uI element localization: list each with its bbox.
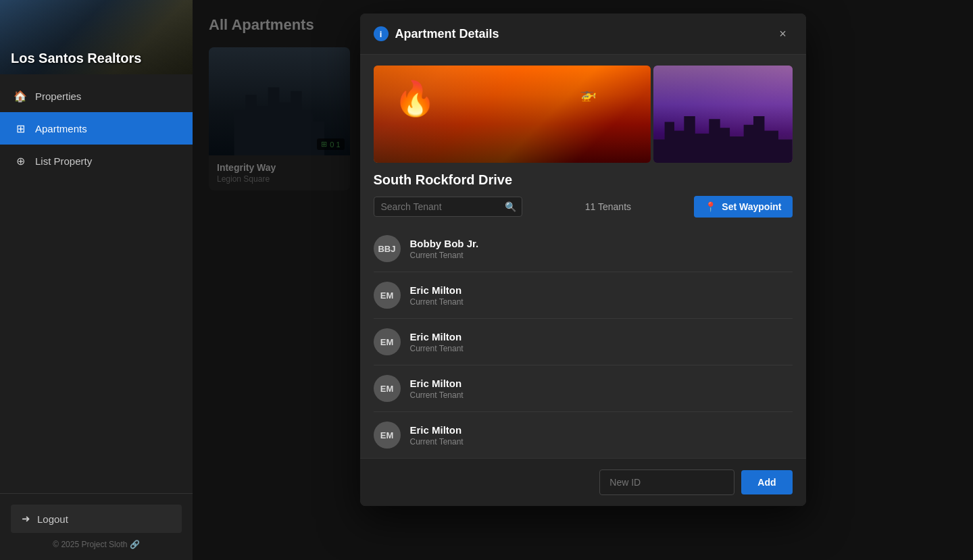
sidebar-item-apartments[interactable]: ⊞ Apartments <box>0 112 193 145</box>
tenant-name: Bobby Bob Jr. <box>410 238 793 249</box>
tenant-info: Eric MiltonCurrent Tenant <box>410 424 793 447</box>
copyright-text: © 2025 Project Sloth 🔗 <box>11 540 182 549</box>
sidebar-footer: ➜ Logout © 2025 Project Sloth 🔗 <box>0 493 193 560</box>
tenant-status: Current Tenant <box>410 390 793 400</box>
tenant-status: Current Tenant <box>410 297 793 307</box>
search-box: 🔍 <box>374 197 522 217</box>
info-icon: i <box>374 26 389 41</box>
grid-icon: ⊞ <box>14 122 27 135</box>
waypoint-label: Set Waypoint <box>722 201 781 212</box>
logout-icon: ➜ <box>22 513 30 525</box>
tenant-item[interactable]: EMEric MiltonCurrent Tenant <box>374 272 793 319</box>
tenant-avatar: EM <box>374 422 401 449</box>
sidebar-item-list-property[interactable]: ⊕ List Property <box>0 145 193 177</box>
tenant-list: BBJBobby Bob Jr.Current TenantEMEric Mil… <box>360 226 806 458</box>
tenant-item[interactable]: EMEric MiltonCurrent Tenant <box>374 412 793 458</box>
tenant-info: Eric MiltonCurrent Tenant <box>410 378 793 400</box>
tenant-name: Eric Milton <box>410 284 793 296</box>
sidebar-logo-text: Los Santos Realtors <box>11 51 141 66</box>
logout-button[interactable]: ➜ Logout <box>11 505 182 533</box>
main-content: All Apartments ⊞ 0 1 Integrity Way Legio… <box>193 0 973 560</box>
tenant-count: 11 Tenants <box>585 201 631 212</box>
sidebar-nav: 🏠 Properties ⊞ Apartments ⊕ List Propert… <box>0 74 193 493</box>
modal-close-button[interactable]: × <box>774 24 793 43</box>
tenant-avatar: EM <box>374 282 401 309</box>
tenant-status: Current Tenant <box>410 251 793 260</box>
tenant-item[interactable]: BBJBobby Bob Jr.Current Tenant <box>374 226 793 272</box>
sidebar-item-list-property-label: List Property <box>35 155 92 167</box>
tenant-name: Eric Milton <box>410 424 793 436</box>
waypoint-icon: 📍 <box>705 201 716 212</box>
apartment-details-modal: i Apartment Details × 🚁 South Rockf <box>360 14 806 506</box>
modal-title: i Apartment Details <box>374 26 499 41</box>
tenant-avatar: EM <box>374 375 401 402</box>
tenant-status: Current Tenant <box>410 344 793 353</box>
skyline-silhouette <box>653 105 792 163</box>
sidebar: Los Santos Realtors 🏠 Properties ⊞ Apart… <box>0 0 193 560</box>
tenant-name: Eric Milton <box>410 378 793 389</box>
sidebar-logo: Los Santos Realtors <box>0 0 193 74</box>
modal-title-text: Apartment Details <box>395 27 499 41</box>
modal-overlay: i Apartment Details × 🚁 South Rockf <box>193 0 973 560</box>
sidebar-item-properties-label: Properties <box>35 91 81 102</box>
tenant-status: Current Tenant <box>410 437 793 447</box>
tenant-info: Eric MiltonCurrent Tenant <box>410 284 793 307</box>
tenant-controls: 🔍 11 Tenants 📍 Set Waypoint <box>360 188 806 226</box>
home-icon: 🏠 <box>14 89 27 103</box>
tenant-item[interactable]: EMEric MiltonCurrent Tenant <box>374 319 793 365</box>
modal-body: 🚁 South Rockford Drive 🔍 11 Tenants <box>360 55 806 458</box>
apartment-image-secondary <box>653 66 792 163</box>
tenant-info: Eric MiltonCurrent Tenant <box>410 331 793 353</box>
tenant-info: Bobby Bob Jr.Current Tenant <box>410 238 793 260</box>
helicopter-icon: 🚁 <box>580 86 597 102</box>
new-id-input[interactable] <box>599 469 734 495</box>
sidebar-item-properties[interactable]: 🏠 Properties <box>0 80 193 112</box>
logout-label: Logout <box>37 513 68 525</box>
plus-circle-icon: ⊕ <box>14 154 27 168</box>
add-button[interactable]: Add <box>741 470 792 494</box>
search-icon: 🔍 <box>505 201 516 212</box>
apartment-image-main: 🚁 <box>374 66 651 163</box>
tenant-avatar: EM <box>374 328 401 355</box>
apartment-images: 🚁 <box>360 55 806 163</box>
apartment-name: South Rockford Drive <box>360 163 806 188</box>
modal-footer: Add <box>360 458 806 506</box>
tenant-avatar: BBJ <box>374 235 401 262</box>
sidebar-item-apartments-label: Apartments <box>35 123 87 134</box>
tenant-name: Eric Milton <box>410 331 793 342</box>
set-waypoint-button[interactable]: 📍 Set Waypoint <box>694 196 792 218</box>
search-tenant-input[interactable] <box>381 201 499 212</box>
tenant-item[interactable]: EMEric MiltonCurrent Tenant <box>374 365 793 412</box>
modal-header: i Apartment Details × <box>360 14 806 55</box>
